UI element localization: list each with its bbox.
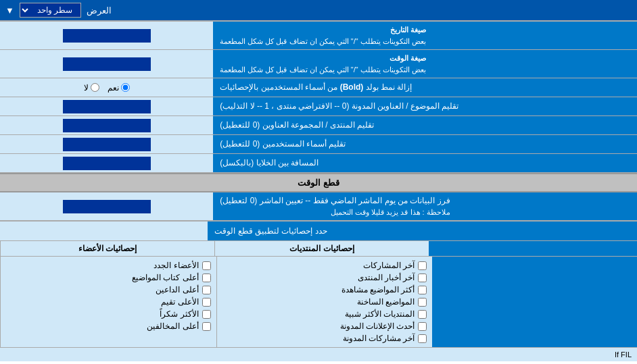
- remove-bold-row: إزالة نمط بولد (Bold) من أسماء المستخدمي…: [0, 78, 637, 97]
- cell-distance-input-cell: 2: [0, 154, 213, 172]
- cutoff-section-header: قطع الوقت: [0, 173, 637, 192]
- checkbox-col1-check-6[interactable]: [418, 322, 427, 331]
- checkbox-col2-label-4: الأعلى تقيم: [161, 297, 198, 307]
- topics-sort-row: تقليم الموضوع / العناوين المدونة (0 -- ا…: [0, 97, 637, 116]
- forum-sort-input[interactable]: 33: [63, 119, 151, 132]
- checkbox-col1-label-7: آخر مشاركات المدونة: [343, 334, 415, 343]
- checkbox-col1-label-1: آخر المشاركات: [363, 261, 415, 270]
- radio-yes[interactable]: [121, 83, 130, 92]
- checkbox-col1-check-1[interactable]: [418, 261, 427, 270]
- checkbox-col2-item-1: الأعضاء الجدد: [6, 259, 211, 271]
- cell-distance-label: المسافة بين الخلايا (بالبكسل): [213, 154, 637, 172]
- usernames-trim-input[interactable]: 0: [63, 138, 151, 151]
- top-selector-label: العرض: [87, 5, 112, 16]
- checkbox-empty-col: [432, 257, 637, 347]
- bottom-note-text: If FIL: [615, 350, 632, 359]
- checkbox-col1-check-5[interactable]: [418, 310, 427, 319]
- selector-down-arrow: ▼: [5, 5, 14, 16]
- time-format-input-cell: H:i: [0, 50, 213, 78]
- forum-sort-label: تقليم المنتدى / المجموعة العناوين (0 للت…: [213, 116, 637, 134]
- remove-bold-radio-group: نعم لا: [84, 83, 130, 93]
- cell-distance-input[interactable]: 2: [63, 157, 151, 170]
- checkbox-col1-check-3[interactable]: [418, 286, 427, 294]
- checkbox-col1-item-3: أكثر المواضيع مشاهدة: [222, 284, 427, 296]
- checkbox-col1-item-1: آخر المشاركات: [222, 259, 427, 271]
- radio-no-label[interactable]: لا: [84, 83, 99, 93]
- checkbox-col2-label-6: أعلى المخالفين: [147, 321, 198, 331]
- forum-sort-row: تقليم المنتدى / المجموعة العناوين (0 للت…: [0, 116, 637, 135]
- usernames-trim-label: تقليم أسماء المستخدمين (0 للتعطيل): [213, 135, 637, 153]
- checkbox-col1-label-5: المنتديات الأكثر شبية: [345, 309, 415, 319]
- cutoff-data-input-cell: 0: [0, 192, 213, 220]
- forum-sort-input-cell: 33: [0, 116, 213, 134]
- checkbox-col1-label-3: أكثر المواضيع مشاهدة: [341, 285, 415, 294]
- checkbox-col2-check-2[interactable]: [202, 274, 211, 282]
- top-selector-select[interactable]: سطر واحد سطرين ثلاثة أسطر: [20, 3, 81, 18]
- stats-define-row: حدد إحصائيات لتطبيق قطع الوقت: [0, 222, 637, 241]
- checkbox-col2: الأعضاء الجدد أعلى كتاب المواضيع أعلى ال…: [0, 257, 216, 347]
- checkbox-col2-check-1[interactable]: [202, 261, 211, 270]
- stats-define-label: حدد إحصائيات لتطبيق قطع الوقت: [208, 222, 637, 240]
- date-format-input[interactable]: d-m: [63, 29, 151, 43]
- empty-left-header: [429, 241, 637, 256]
- date-format-label: صيغة التاريخ بعض التكوينات يتطلب "/" الت…: [213, 22, 637, 49]
- checkbox-col2-item-2: أعلى كتاب المواضيع: [6, 271, 211, 284]
- cutoff-data-input[interactable]: 0: [63, 200, 151, 213]
- checkbox-col2-check-3[interactable]: [202, 286, 211, 294]
- checkbox-col2-item-6: أعلى المخالفين: [6, 320, 211, 332]
- checkbox-col1-item-4: المواضيع الساخنة: [222, 296, 427, 308]
- checkbox-col1-check-7[interactable]: [418, 334, 427, 343]
- checkbox-col1-item-7: آخر مشاركات المدونة: [222, 332, 427, 344]
- col2-header: إحصائيات الأعضاء: [0, 241, 214, 256]
- checkbox-col1-check-4[interactable]: [418, 298, 427, 307]
- checkbox-col1-item-2: آخر أخبار المنتدى: [222, 271, 427, 284]
- checkbox-col1-check-2[interactable]: [418, 274, 427, 282]
- time-format-label: صيغة الوقت بعض التكوينات يتطلب "/" التي …: [213, 50, 637, 78]
- stats-define-empty: [0, 222, 208, 240]
- checkbox-header-row: إحصائيات المنتديات إحصائيات الأعضاء: [0, 241, 637, 257]
- checkbox-grid: آخر المشاركات آخر أخبار المنتدى أكثر الم…: [0, 257, 637, 347]
- radio-yes-label[interactable]: نعم: [108, 83, 130, 93]
- radio-no[interactable]: [91, 83, 99, 92]
- cutoff-data-row: فرز البيانات من يوم الماشر الماضي فقط --…: [0, 192, 637, 221]
- checkbox-col1-label-4: المواضيع الساخنة: [357, 297, 415, 307]
- checkbox-col2-check-5[interactable]: [202, 310, 211, 319]
- checkbox-col2-label-1: الأعضاء الجدد: [154, 261, 198, 270]
- checkbox-col2-label-2: أعلى كتاب المواضيع: [132, 273, 199, 282]
- cell-distance-row: المسافة بين الخلايا (بالبكسل) 2: [0, 154, 637, 173]
- checkbox-col1-item-6: أحدث الإعلانات المدونة: [222, 320, 427, 332]
- checkbox-col1-item-5: المنتديات الأكثر شبية: [222, 308, 427, 320]
- radio-no-text: لا: [84, 83, 89, 93]
- main-container: العرض سطر واحد سطرين ثلاثة أسطر ▼ صيغة ا…: [0, 0, 637, 361]
- top-selector-row: العرض سطر واحد سطرين ثلاثة أسطر ▼: [0, 0, 637, 22]
- time-format-input[interactable]: H:i: [63, 57, 151, 71]
- topics-sort-label: تقليم الموضوع / العناوين المدونة (0 -- ا…: [213, 97, 637, 115]
- checkbox-col2-label-3: أعلى الداعين: [156, 285, 198, 294]
- usernames-trim-input-cell: 0: [0, 135, 213, 153]
- remove-bold-input-cell: نعم لا: [0, 78, 213, 97]
- topics-sort-input-cell: 33: [0, 97, 213, 115]
- date-format-input-cell: d-m: [0, 22, 213, 49]
- remove-bold-label: إزالة نمط بولد (Bold) من أسماء المستخدمي…: [213, 78, 637, 97]
- checkbox-col2-check-4[interactable]: [202, 298, 211, 307]
- checkbox-col1-label-6: أحدث الإعلانات المدونة: [340, 321, 415, 331]
- date-format-row: صيغة التاريخ بعض التكوينات يتطلب "/" الت…: [0, 22, 637, 50]
- time-format-row: صيغة الوقت بعض التكوينات يتطلب "/" التي …: [0, 50, 637, 78]
- usernames-trim-row: تقليم أسماء المستخدمين (0 للتعطيل) 0: [0, 135, 637, 154]
- checkbox-col2-item-4: الأعلى تقيم: [6, 296, 211, 308]
- checkbox-col2-label-5: الأكثر شكراً: [160, 309, 198, 319]
- checkbox-col1-label-2: آخر أخبار المنتدى: [358, 273, 415, 282]
- col1-header: إحصائيات المنتديات: [214, 241, 429, 256]
- checkbox-col1: آخر المشاركات آخر أخبار المنتدى أكثر الم…: [216, 257, 433, 347]
- bottom-note-row: If FIL: [0, 347, 637, 361]
- checkbox-col2-item-3: أعلى الداعين: [6, 284, 211, 296]
- stats-section: حدد إحصائيات لتطبيق قطع الوقت إحصائيات ا…: [0, 221, 637, 361]
- cutoff-data-label: فرز البيانات من يوم الماشر الماضي فقط --…: [213, 192, 637, 220]
- radio-yes-text: نعم: [108, 83, 119, 93]
- checkbox-col2-check-6[interactable]: [202, 322, 211, 331]
- topics-sort-input[interactable]: 33: [63, 100, 151, 113]
- checkbox-col2-item-5: الأكثر شكراً: [6, 308, 211, 320]
